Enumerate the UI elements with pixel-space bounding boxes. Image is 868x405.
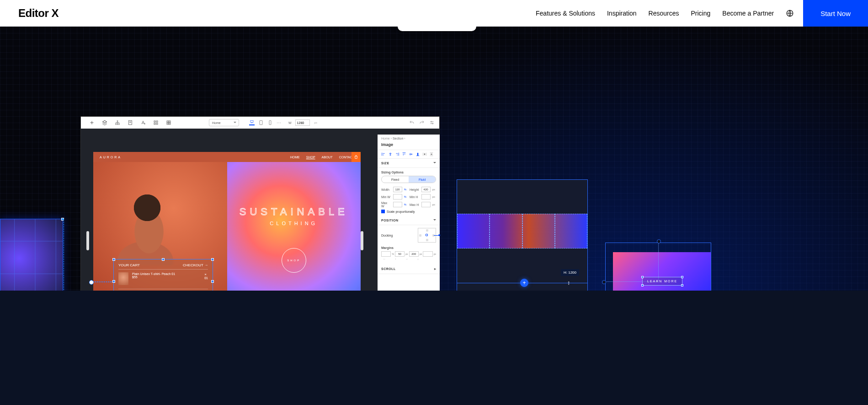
checkout-link[interactable]: CHECKOUT →	[183, 263, 208, 267]
align-bottom-icon[interactable]	[415, 152, 420, 157]
maxh-k: Max H	[410, 203, 420, 206]
minh-v[interactable]	[421, 194, 431, 200]
mobile-icon[interactable]	[267, 120, 273, 125]
column-guides	[457, 214, 587, 248]
height-u[interactable]: px	[432, 188, 436, 191]
globe-icon[interactable]	[786, 9, 794, 17]
maxw-u[interactable]: %	[404, 203, 408, 206]
nav-inspiration[interactable]: Inspiration	[607, 10, 637, 17]
crumb-sep: ›	[391, 137, 392, 140]
fluid-option[interactable]: Fluid	[409, 176, 436, 183]
minh-u[interactable]: px	[432, 195, 436, 198]
page-icon[interactable]	[128, 120, 133, 125]
align-middle-icon[interactable]	[409, 152, 413, 157]
align-right-icon[interactable]	[395, 152, 399, 157]
subtotal-value: $55	[202, 291, 208, 294]
docking-grid[interactable]	[418, 228, 436, 243]
add-section-button[interactable]: +	[520, 279, 528, 287]
svg-point-15	[431, 121, 432, 122]
distribute-v-icon[interactable]	[429, 152, 434, 157]
start-now-button[interactable]: Start Now	[803, 0, 868, 27]
cart-content: YOUR CART CHECKOUT → Plain Unisex T-shir…	[114, 259, 213, 298]
scroll-section[interactable]: SCROLL ▸	[378, 264, 440, 274]
site-preview: AURORA HOME SHOP ABOUT CONTACT SUSTAINAB…	[93, 152, 361, 317]
m1-u[interactable]: %	[392, 251, 394, 257]
site-menu-shop[interactable]: SHOP	[306, 156, 315, 159]
breadcrumb[interactable]: Home › Section ›	[378, 135, 440, 142]
distribute-h-icon[interactable]	[422, 152, 427, 157]
right-panel[interactable]: LEARN MORE	[605, 243, 711, 317]
nav-pricing[interactable]: Pricing	[691, 10, 711, 17]
minw-v[interactable]	[393, 194, 402, 200]
maxh-u[interactable]: px	[432, 203, 436, 206]
m2-u[interactable]: px	[405, 251, 408, 257]
position-section[interactable]: POSITION	[378, 216, 440, 225]
left-grid-panel[interactable]	[0, 219, 63, 318]
add-icon[interactable]	[89, 120, 95, 125]
page-dropdown[interactable]: Home	[209, 119, 239, 126]
site-menu-about[interactable]: ABOUT	[322, 156, 333, 159]
nav-links: Features & Solutions Inspiration Resourc…	[536, 9, 794, 17]
m2[interactable]: 50	[395, 251, 405, 257]
grid-icon[interactable]	[166, 120, 171, 125]
m4-u[interactable]: px	[434, 251, 436, 257]
profile-illustration	[103, 169, 186, 265]
width-input[interactable]	[295, 119, 310, 126]
site-menu-home[interactable]: HOME	[290, 156, 300, 159]
minw-u[interactable]: %	[404, 195, 408, 198]
nav-partner[interactable]: Become a Partner	[722, 10, 774, 17]
resize-handle-icon[interactable]: ↕	[567, 280, 570, 286]
align-top-icon[interactable]	[402, 152, 406, 157]
more-breakpoints-icon[interactable]: ⋯	[277, 120, 281, 125]
minw-k: Min W	[381, 195, 391, 199]
scroll-thumb-right[interactable]	[361, 231, 363, 250]
m3[interactable]: 200	[409, 251, 419, 257]
logo[interactable]: Editor X	[18, 7, 59, 20]
nav-resources[interactable]: Resources	[649, 10, 679, 17]
crumb-section[interactable]: Section	[393, 137, 403, 140]
maxh-v[interactable]	[421, 202, 431, 207]
settings-icon[interactable]	[429, 120, 435, 125]
remove-item-icon[interactable]: ×	[204, 272, 208, 276]
svg-point-16	[432, 123, 433, 124]
size-section[interactable]: SIZE	[378, 159, 440, 168]
docking-k: Docking	[381, 234, 393, 237]
sizing-toggle[interactable]: Fixed Fluid	[381, 176, 436, 183]
crumb-home[interactable]: Home	[381, 137, 390, 140]
redo-icon[interactable]	[419, 120, 425, 125]
bag-icon[interactable]	[351, 152, 361, 162]
align-row	[378, 150, 440, 159]
mid-selection-panel[interactable]: + H: 1200 ↕	[457, 179, 588, 317]
cart-item-qty: 01	[204, 276, 208, 280]
apps-icon[interactable]	[153, 120, 159, 125]
learn-more-button[interactable]: LEARN MORE	[642, 277, 682, 286]
minh-k: Min H	[410, 195, 420, 199]
text-icon[interactable]	[140, 120, 146, 125]
anchor-line	[92, 281, 112, 282]
height-v[interactable]: 420	[421, 187, 431, 192]
sitemap-icon[interactable]	[115, 120, 120, 125]
m1[interactable]	[381, 251, 391, 257]
maxw-v[interactable]	[393, 202, 402, 207]
nav-features[interactable]: Features & Solutions	[536, 10, 595, 17]
align-center-h-icon[interactable]	[388, 152, 393, 157]
width-v[interactable]: 120	[393, 187, 402, 192]
shop-button[interactable]: SHOP	[282, 248, 306, 273]
svg-rect-9	[154, 123, 155, 124]
svg-rect-12	[250, 121, 253, 123]
svg-point-6	[144, 124, 145, 124]
undo-icon[interactable]	[409, 120, 415, 125]
height-k: Height	[410, 188, 420, 191]
editor-toolbar: Home ⋯ W px	[81, 117, 439, 129]
align-left-icon[interactable]	[381, 152, 386, 157]
fixed-option[interactable]: Fixed	[382, 176, 409, 183]
m4[interactable]	[423, 251, 432, 257]
width-u[interactable]: %	[404, 188, 408, 191]
cart-selection[interactable]: YOUR CART CHECKOUT → Plain Unisex T-shir…	[113, 259, 213, 304]
scroll-thumb-left[interactable]	[86, 231, 89, 250]
desktop-icon[interactable]	[249, 120, 255, 125]
scale-checkbox[interactable]	[381, 210, 385, 213]
tablet-icon[interactable]	[258, 120, 264, 125]
layers-icon[interactable]	[102, 120, 107, 125]
m3-u[interactable]: px	[420, 251, 422, 257]
